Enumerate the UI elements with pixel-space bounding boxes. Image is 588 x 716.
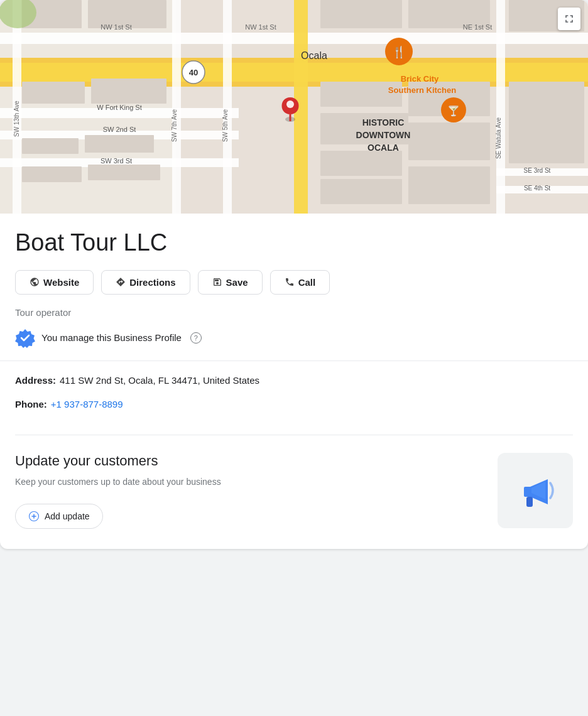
help-icon[interactable]: ? (190, 332, 202, 344)
svg-rect-15 (22, 82, 85, 104)
phone-value[interactable]: +1 937-877-8899 (51, 398, 123, 412)
svg-rect-23 (320, 151, 402, 176)
svg-rect-32 (320, 0, 402, 28)
svg-rect-17 (22, 138, 79, 154)
save-button[interactable]: Save (198, 270, 263, 295)
svg-text:Ocala: Ocala (301, 50, 327, 61)
svg-point-60 (286, 100, 294, 108)
update-section: Update your customers Keep your customer… (0, 435, 588, 549)
svg-text:HISTORIC: HISTORIC (362, 117, 405, 127)
business-section: Boat Tour LLC Website Directions Save (0, 214, 588, 361)
address-value: 411 SW 2nd St, Ocala, FL 34471, United S… (60, 374, 259, 388)
manage-profile-text: You manage this Business Profile (41, 332, 182, 343)
directions-icon (116, 277, 126, 287)
business-name: Boat Tour LLC (15, 229, 573, 258)
svg-text:SE Watula Ave: SE Watula Ave (495, 117, 502, 159)
phone-row: Phone: +1 937-877-8899 (15, 398, 573, 412)
verified-badge-icon (15, 328, 35, 348)
svg-rect-28 (509, 82, 584, 163)
svg-rect-19 (22, 166, 82, 182)
svg-rect-20 (88, 165, 160, 180)
svg-rect-63 (526, 497, 533, 507)
phone-label: Phone: (15, 398, 47, 412)
svg-rect-62 (524, 487, 531, 497)
svg-text:NW 1st St: NW 1st St (245, 23, 276, 31)
svg-text:NW 1st St: NW 1st St (101, 23, 132, 31)
call-button[interactable]: Call (270, 270, 330, 295)
map-container[interactable]: 40 NW 1st St NW 1st St NE 1st St Ocala S… (0, 0, 588, 214)
svg-text:NE 1st St: NE 1st St (463, 23, 492, 31)
address-label: Address: (15, 374, 56, 388)
svg-text:🍴: 🍴 (392, 45, 406, 59)
svg-rect-11 (172, 0, 181, 214)
megaphone-icon (513, 468, 558, 513)
save-icon (212, 277, 222, 287)
svg-rect-27 (408, 166, 490, 204)
svg-rect-14 (496, 0, 505, 214)
svg-rect-26 (408, 122, 490, 160)
svg-text:🍸: 🍸 (447, 105, 460, 117)
svg-text:SW 3rd St: SW 3rd St (101, 157, 132, 165)
svg-rect-12 (223, 0, 232, 214)
update-title: Update your customers (15, 453, 482, 469)
svg-text:SW 7th Ave: SW 7th Ave (171, 109, 178, 143)
manage-profile-row: You manage this Business Profile ? (15, 328, 573, 361)
megaphone-illustration (498, 453, 573, 528)
details-section: Address: 411 SW 2nd St, Ocala, FL 34471,… (0, 361, 588, 435)
add-update-icon (28, 511, 40, 522)
svg-text:SE 3rd St: SE 3rd St (524, 167, 551, 174)
website-button[interactable]: Website (15, 270, 94, 295)
svg-text:Brick City: Brick City (401, 74, 439, 84)
directions-button[interactable]: Directions (101, 270, 190, 295)
svg-text:DOWNTOWN: DOWNTOWN (356, 130, 411, 140)
svg-rect-16 (91, 79, 166, 104)
svg-rect-18 (85, 135, 154, 153)
svg-text:SW 2nd St: SW 2nd St (103, 126, 136, 133)
svg-text:SE 4th St: SE 4th St (524, 185, 550, 192)
update-content: Update your customers Keep your customer… (15, 453, 482, 529)
svg-text:40: 40 (189, 68, 198, 77)
svg-text:OCALA: OCALA (368, 143, 399, 153)
action-buttons: Website Directions Save Call (15, 270, 573, 295)
svg-rect-24 (320, 179, 402, 204)
svg-text:W Fort King St: W Fort King St (97, 104, 142, 111)
svg-text:SW 5th Ave: SW 5th Ave (222, 109, 229, 143)
call-icon (285, 277, 295, 287)
add-update-button[interactable]: Add update (15, 504, 103, 529)
business-profile-card: 40 NW 1st St NW 1st St NE 1st St Ocala S… (0, 0, 588, 549)
category-label: Tour operator (15, 307, 573, 318)
address-row: Address: 411 SW 2nd St, Ocala, FL 34471,… (15, 374, 573, 388)
svg-text:SW 13th Ave: SW 13th Ave (13, 100, 20, 137)
website-icon (30, 277, 40, 287)
expand-map-button[interactable] (558, 8, 580, 30)
update-description: Keep your customers up to date about you… (15, 475, 482, 489)
svg-text:Southern Kitchen: Southern Kitchen (388, 85, 456, 95)
